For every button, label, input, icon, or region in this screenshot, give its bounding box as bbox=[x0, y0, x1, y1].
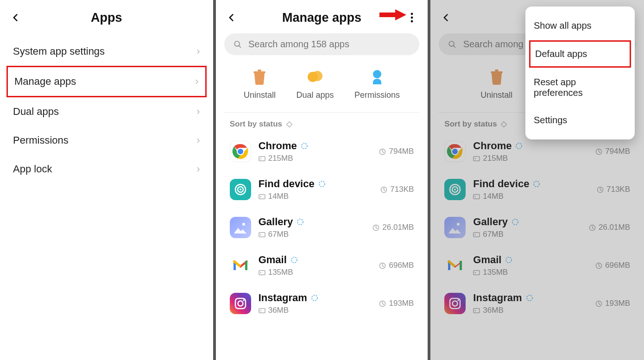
app-list: Chrome215MB 794MB Find device14MB 713KB … bbox=[430, 133, 644, 322]
app-name: Instagram bbox=[473, 292, 522, 304]
app-row-find-device[interactable]: Find device 14MB 713KB bbox=[228, 171, 416, 208]
app-storage: 215MB bbox=[483, 154, 508, 163]
search-bar[interactable] bbox=[224, 33, 420, 55]
clock-icon bbox=[595, 262, 602, 269]
app-icon-instagram bbox=[444, 293, 466, 314]
app-storage: 215MB bbox=[268, 154, 293, 163]
trash-icon bbox=[251, 69, 268, 86]
more-button[interactable] bbox=[405, 11, 418, 24]
sort-caret-icon: ◇ bbox=[286, 120, 292, 128]
app-storage: 36MB bbox=[268, 306, 289, 315]
app-storage: 135MB bbox=[268, 268, 293, 277]
chevron-left-icon bbox=[11, 13, 20, 22]
storage-icon bbox=[473, 193, 480, 200]
app-row-gmail[interactable]: Gmail 135MB 696MB bbox=[228, 246, 416, 284]
app-row-gmail[interactable]: Gmail135MB 696MB bbox=[442, 246, 632, 284]
svg-rect-43 bbox=[491, 71, 503, 73]
app-name: Gallery bbox=[473, 216, 508, 228]
app-right: 193MB bbox=[379, 299, 414, 308]
app-main: Find device 14MB bbox=[259, 178, 373, 201]
menu-show-all-apps[interactable]: Show all apps bbox=[525, 12, 635, 39]
svg-point-54 bbox=[454, 189, 456, 190]
app-data: 193MB bbox=[605, 299, 630, 308]
app-icon-gmail bbox=[444, 255, 466, 276]
action-label: Uninstall bbox=[480, 90, 512, 100]
svg-point-66 bbox=[506, 257, 511, 263]
app-icon-find-device bbox=[444, 179, 466, 200]
svg-point-57 bbox=[475, 196, 476, 197]
back-button[interactable] bbox=[225, 11, 238, 24]
app-name: Gmail bbox=[473, 254, 501, 266]
app-row-instagram[interactable]: Instagram36MB 193MB bbox=[442, 284, 632, 322]
back-button[interactable] bbox=[440, 11, 453, 24]
clock-icon bbox=[379, 262, 386, 269]
app-main: Instagram 36MB bbox=[259, 292, 372, 315]
app-name: Chrome bbox=[473, 140, 511, 152]
app-name: Find device bbox=[259, 178, 315, 190]
app-right: 794MB bbox=[379, 147, 414, 156]
app-data: 794MB bbox=[605, 147, 630, 156]
search-input[interactable] bbox=[248, 39, 410, 50]
link-badge-icon bbox=[533, 180, 540, 188]
link-badge-icon bbox=[297, 218, 304, 226]
item-system-app-settings[interactable]: System app settings › bbox=[0, 37, 213, 66]
sort-caret-icon: ◇ bbox=[501, 120, 507, 128]
overflow-menu: Show all apps Default apps Reset app pre… bbox=[525, 6, 635, 139]
item-permissions[interactable]: Permissions › bbox=[0, 126, 213, 155]
menu-reset-app-preferences[interactable]: Reset app preferences bbox=[525, 69, 635, 107]
app-data: 713KB bbox=[606, 185, 630, 194]
action-label: Dual apps bbox=[296, 90, 334, 100]
app-row-instagram[interactable]: Instagram 36MB 193MB bbox=[228, 284, 416, 322]
action-label: Uninstall bbox=[244, 90, 276, 100]
back-button[interactable] bbox=[9, 11, 22, 24]
sort-label: Sort by status bbox=[230, 120, 282, 128]
item-label: App lock bbox=[13, 163, 52, 175]
app-row-chrome[interactable]: Chrome 215MB 794MB bbox=[228, 133, 416, 171]
svg-rect-65 bbox=[460, 261, 462, 270]
svg-point-22 bbox=[260, 196, 261, 197]
svg-rect-30 bbox=[245, 261, 247, 270]
svg-rect-67 bbox=[474, 270, 480, 274]
action-uninstall[interactable]: Uninstall bbox=[480, 69, 512, 100]
svg-point-13 bbox=[302, 143, 307, 149]
action-dual-apps[interactable]: Dual apps bbox=[296, 69, 334, 100]
svg-rect-44 bbox=[495, 69, 499, 71]
app-row-gallery[interactable]: Gallery67MB 26.01MB bbox=[442, 208, 632, 246]
app-row-gallery[interactable]: Gallery 67MB 26.01MB bbox=[228, 208, 416, 246]
menu-settings[interactable]: Settings bbox=[525, 107, 635, 134]
sort-row[interactable]: Sort by status ◇ bbox=[216, 113, 428, 133]
panel-manage-apps-menu: Man Uninstall D Sort by status ◇ Chrome2… bbox=[429, 0, 644, 360]
action-uninstall[interactable]: Uninstall bbox=[244, 69, 276, 100]
app-storage: 36MB bbox=[483, 306, 503, 315]
svg-point-27 bbox=[260, 234, 261, 235]
app-data: 193MB bbox=[389, 299, 414, 308]
svg-point-59 bbox=[457, 223, 460, 226]
svg-point-2 bbox=[411, 20, 413, 23]
svg-point-7 bbox=[312, 71, 322, 81]
app-data: 696MB bbox=[605, 261, 630, 270]
app-name: Instagram bbox=[259, 292, 307, 304]
app-data: 26.01MB bbox=[599, 223, 630, 232]
menu-default-apps[interactable]: Default apps bbox=[529, 40, 631, 68]
svg-point-55 bbox=[534, 181, 539, 187]
header: Apps bbox=[0, 0, 213, 32]
clock-icon bbox=[380, 186, 387, 193]
page-title: Manage apps bbox=[216, 11, 428, 25]
item-app-lock[interactable]: App lock › bbox=[0, 155, 213, 183]
link-badge-icon bbox=[515, 142, 523, 150]
trash-icon bbox=[488, 69, 505, 86]
storage-icon bbox=[259, 155, 265, 162]
item-manage-apps[interactable]: Manage apps › bbox=[6, 66, 207, 97]
item-dual-apps[interactable]: Dual apps › bbox=[0, 97, 213, 126]
svg-rect-14 bbox=[259, 156, 265, 160]
link-badge-icon bbox=[511, 218, 519, 226]
app-row-find-device[interactable]: Find device14MB 713KB bbox=[442, 171, 632, 208]
app-right: 713KB bbox=[380, 185, 414, 194]
app-storage: 135MB bbox=[483, 268, 508, 277]
clock-icon bbox=[373, 224, 379, 231]
svg-rect-26 bbox=[259, 232, 265, 236]
storage-icon bbox=[259, 307, 265, 314]
svg-point-71 bbox=[453, 301, 458, 306]
clock-icon bbox=[595, 300, 602, 307]
action-permissions[interactable]: Permissions bbox=[354, 69, 400, 100]
